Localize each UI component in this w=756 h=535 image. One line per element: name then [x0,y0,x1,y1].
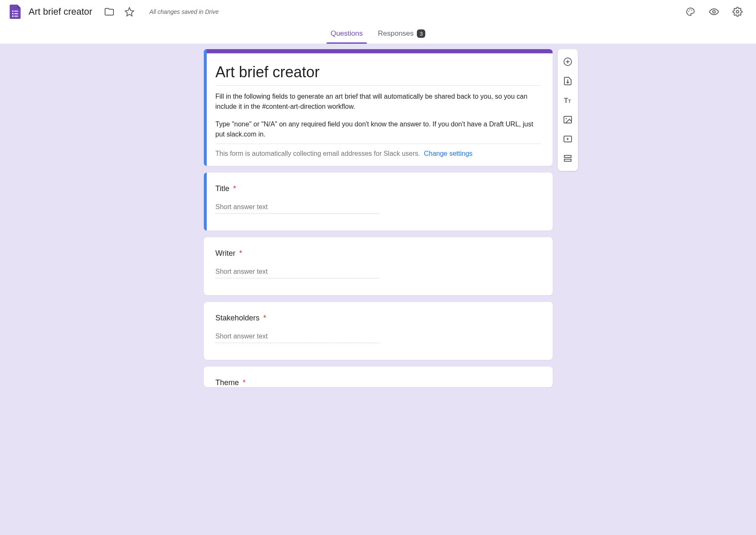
add-question-button[interactable] [559,53,576,70]
add-image-button[interactable] [559,111,576,128]
tab-questions[interactable]: Questions [323,24,371,44]
star-button[interactable] [121,3,138,20]
question-label-text: Stakeholders [216,314,260,322]
svg-point-9 [713,10,715,13]
text-icon: T T [563,95,573,105]
svg-text:T: T [564,97,568,104]
tab-bar: Questions Responses 3 [0,24,756,44]
svg-point-7 [689,9,690,10]
svg-rect-5 [14,16,18,17]
svg-rect-0 [12,10,13,12]
add-title-button[interactable]: T T [559,92,576,109]
notice-text: This form is automatically collecting em… [216,150,420,157]
tab-responses-label: Responses [378,29,414,38]
question-card-title[interactable]: Title * Short answer text [204,173,553,231]
question-card-stakeholders[interactable]: Stakeholders * Short answer text [204,302,553,360]
workspace: T T [0,44,756,535]
answer-placeholder: Short answer text [216,203,379,214]
question-card-theme[interactable]: Theme * [204,367,553,387]
app-header: Art brief creator All changes saved in D… [0,0,756,24]
svg-text:T: T [568,99,571,104]
form-container: T T [204,49,553,387]
import-file-icon [563,76,573,86]
svg-rect-19 [564,155,571,157]
required-indicator: * [233,184,236,193]
move-to-folder-button[interactable] [101,3,118,20]
add-section-button[interactable] [559,150,576,167]
forms-logo-icon[interactable] [7,3,24,20]
plus-circle-icon [563,57,573,67]
question-label[interactable]: Theme * [216,378,541,387]
svg-rect-20 [564,159,571,161]
question-label-text: Theme [216,378,239,387]
required-indicator: * [239,249,242,257]
form-description-p2: Type "none" or "N/A" on any required fie… [216,119,541,139]
email-collection-notice: This form is automatically collecting em… [216,150,541,157]
settings-button[interactable] [729,3,746,20]
floating-toolbar: T T [558,49,578,171]
question-label-text: Writer [216,249,236,257]
section-icon [563,153,573,163]
answer-placeholder: Short answer text [216,333,379,343]
svg-point-6 [688,11,689,12]
svg-rect-2 [12,13,13,14]
form-description-p1: Fill in the following fields to generate… [216,92,541,112]
import-questions-button[interactable] [559,73,576,89]
gear-icon [732,7,743,17]
form-description[interactable]: Fill in the following fields to generate… [216,92,541,144]
star-icon [124,7,134,17]
video-icon [563,134,573,144]
image-icon [563,115,573,125]
question-label[interactable]: Title * [216,184,541,193]
tab-responses[interactable]: Responses 3 [370,24,433,44]
required-indicator: * [243,378,246,387]
question-card-writer[interactable]: Writer * Short answer text [204,237,553,295]
svg-point-17 [566,118,567,119]
svg-point-8 [691,10,692,10]
question-label[interactable]: Stakeholders * [216,314,541,323]
eye-icon [709,7,719,17]
question-label-text: Title [216,184,229,193]
responses-count-badge: 3 [417,29,425,38]
required-indicator: * [263,314,266,322]
form-title[interactable]: Art brief creator [216,63,541,86]
svg-point-10 [736,10,739,13]
svg-rect-4 [12,16,13,17]
add-video-button[interactable] [559,131,576,147]
preview-button[interactable] [706,3,722,20]
folder-icon [104,7,114,17]
save-status: All changes saved in Drive [150,8,219,15]
answer-placeholder: Short answer text [216,268,379,278]
svg-rect-1 [14,11,18,12]
change-settings-link[interactable]: Change settings [424,150,473,157]
theme-button[interactable] [682,3,699,20]
svg-rect-3 [14,13,18,14]
palette-icon [685,7,695,17]
tab-questions-label: Questions [331,29,363,38]
question-label[interactable]: Writer * [216,249,541,258]
document-title[interactable]: Art brief creator [29,6,92,17]
form-header-card[interactable]: Art brief creator Fill in the following … [204,49,553,166]
